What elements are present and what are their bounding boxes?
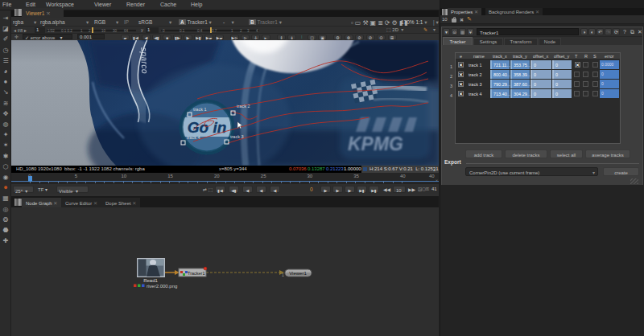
- svg-text:track 4: track 4: [187, 135, 200, 140]
- svg-text:Viewer1: Viewer1: [289, 271, 307, 276]
- svg-text:river2.000.png: river2.000.png: [147, 284, 177, 289]
- svg-text:track 1: track 1: [193, 107, 207, 112]
- svg-text:Read1: Read1: [143, 278, 158, 283]
- svg-text:track 2: track 2: [237, 104, 250, 109]
- svg-text:1: 1: [282, 272, 284, 277]
- svg-text:Tracker1: Tracker1: [188, 271, 205, 276]
- svg-text:Go in: Go in: [188, 119, 227, 136]
- svg-text:KPMG: KPMG: [348, 133, 403, 154]
- svg-text:track 3: track 3: [230, 134, 244, 139]
- svg-text:sparco: sparco: [139, 47, 149, 74]
